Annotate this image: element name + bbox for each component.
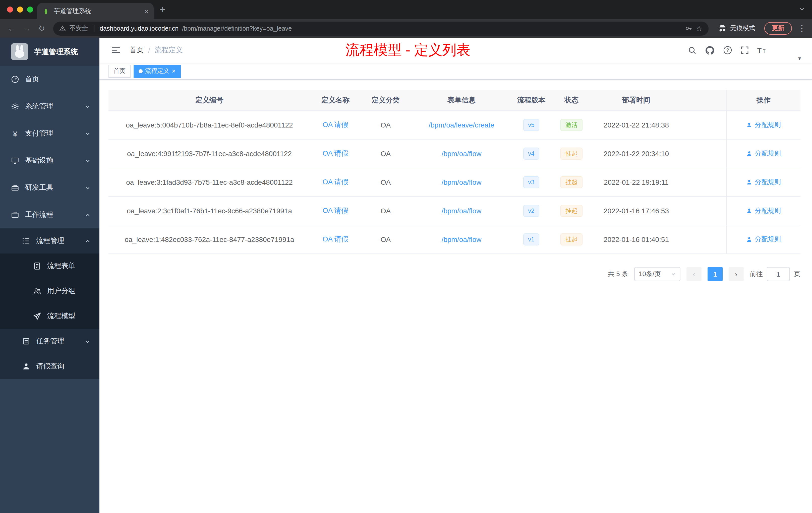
tab-search-chevron-icon[interactable] <box>799 6 805 12</box>
page-annotation: 流程模型 - 定义列表 <box>346 41 470 60</box>
status-badge: 挂起 <box>560 176 582 188</box>
hamburger-icon[interactable] <box>108 46 124 55</box>
goto-page-input[interactable] <box>767 267 790 281</box>
form-info-link[interactable]: /bpm/oa/flow <box>442 235 482 243</box>
sidebar-item-process-form[interactable]: 流程表单 <box>0 253 99 279</box>
sidebar-item-label: 系统管理 <box>25 102 53 111</box>
sidebar-item-devtools[interactable]: 研发工具 <box>0 174 99 201</box>
version-badge: v2 <box>523 205 539 217</box>
bookmark-star-icon[interactable]: ☆ <box>696 24 702 33</box>
svg-text:T: T <box>757 47 761 54</box>
chevron-up-icon <box>85 238 90 244</box>
assign-rule-button[interactable]: 分配规则 <box>746 120 781 129</box>
github-icon[interactable] <box>705 46 715 55</box>
sidebar-item-workflow[interactable]: 工作流程 <box>0 201 99 229</box>
reload-button[interactable]: ↻ <box>35 24 48 33</box>
font-size-icon[interactable]: TT <box>757 46 766 54</box>
tab-close-icon[interactable]: × <box>144 7 149 15</box>
sidebar-item-label: 流程模型 <box>47 312 75 321</box>
breadcrumb-home-link[interactable]: 首页 <box>129 46 144 55</box>
version-badge: v5 <box>523 119 539 131</box>
form-info-link[interactable]: /bpm/oa/flow <box>442 150 482 158</box>
browser-tab[interactable]: 芋道管理系统 × <box>37 3 154 19</box>
zoom-window-button[interactable] <box>27 6 33 12</box>
not-secure-warning-icon <box>59 25 66 32</box>
next-page-button[interactable]: › <box>729 267 744 281</box>
definition-name-link[interactable]: OA 请假 <box>323 149 348 157</box>
sidebar-item-label: 请假查询 <box>36 362 64 371</box>
definition-category: OA <box>360 235 411 243</box>
sidebar: 芋道管理系统 首页 系统管理 ¥ 支付管理 基础设施 <box>0 38 99 513</box>
site-favicon-icon <box>42 7 50 15</box>
tag-home[interactable]: 首页 <box>109 64 130 78</box>
close-window-button[interactable] <box>7 6 13 12</box>
form-info-link[interactable]: /bpm/oa/flow <box>442 178 482 186</box>
form-icon <box>33 262 41 270</box>
table-row: oa_leave:2:3c1f0ef1-76b1-11ec-9c66-a2380… <box>109 197 801 225</box>
password-key-icon[interactable] <box>685 25 692 32</box>
assign-rule-button[interactable]: 分配规则 <box>746 206 781 215</box>
chevron-down-icon <box>85 131 90 136</box>
search-icon[interactable] <box>688 46 696 55</box>
help-icon[interactable]: ? <box>723 46 732 55</box>
column-header-actions: 操作 <box>726 90 801 111</box>
sidebar-item-home[interactable]: 首页 <box>0 66 99 93</box>
sidebar-item-infrastructure[interactable]: 基础设施 <box>0 147 99 174</box>
table-row: oa_leave:4:991f2193-7b7f-11ec-a3c8-acde4… <box>109 140 801 168</box>
tag-process-definition[interactable]: 流程定义 × <box>134 64 180 78</box>
pagination-total: 共 5 条 <box>608 270 628 279</box>
navbar-actions: ? TT ▾ <box>688 41 812 60</box>
content-area: 定义编号 定义名称 定义分类 表单信息 流程版本 状态 部署时间 操作 oa_l… <box>99 80 812 513</box>
pagination-jumper: 前往 页 <box>750 267 801 281</box>
deploy-time: 2022-01-22 21:48:38 <box>592 121 680 129</box>
main-panel: 首页 / 流程定义 流程模型 - 定义列表 ? <box>99 38 812 513</box>
address-bar[interactable]: 不安全 dashboard.yudao.iocoder.cn /bpm/mana… <box>53 21 708 35</box>
sidebar-item-label: 首页 <box>25 75 39 84</box>
sidebar-item-payment[interactable]: ¥ 支付管理 <box>0 120 99 147</box>
forward-button[interactable]: → <box>20 24 33 33</box>
sidebar-item-process-mgmt[interactable]: 流程管理 <box>0 229 99 253</box>
new-tab-button[interactable]: + <box>160 2 166 17</box>
users-icon <box>33 287 41 295</box>
tag-close-icon[interactable]: × <box>172 68 175 74</box>
sidebar-item-process-model[interactable]: 流程模型 <box>0 304 99 329</box>
minimize-window-button[interactable] <box>17 6 23 12</box>
active-tag-dot <box>139 69 143 73</box>
browser-toolbar: ← → ↻ 不安全 dashboard.yudao.iocoder.cn /bp… <box>0 19 812 38</box>
security-label[interactable]: 不安全 <box>69 24 88 33</box>
user-menu[interactable]: ▾ <box>775 41 794 60</box>
dashboard-icon <box>11 75 19 83</box>
sidebar-item-leave-query[interactable]: 请假查询 <box>0 354 99 379</box>
table-header-row: 定义编号 定义名称 定义分类 表单信息 流程版本 状态 部署时间 操作 <box>109 90 801 111</box>
prev-page-button[interactable]: ‹ <box>687 267 701 281</box>
definition-name-link[interactable]: OA 请假 <box>323 178 348 186</box>
sidebar-item-system[interactable]: 系统管理 <box>0 93 99 120</box>
breadcrumb: 首页 / 流程定义 <box>129 46 183 55</box>
status-badge: 挂起 <box>560 233 582 245</box>
form-info-link[interactable]: /bpm/oa/flow <box>442 207 482 215</box>
assign-rule-button[interactable]: 分配规则 <box>746 149 781 158</box>
status-badge: 挂起 <box>560 148 582 160</box>
toolbox-icon <box>11 184 19 192</box>
definition-name-link[interactable]: OA 请假 <box>323 235 348 243</box>
assign-rule-button[interactable]: 分配规则 <box>746 235 781 244</box>
chevron-up-icon <box>85 212 90 218</box>
column-header-status: 状态 <box>550 96 592 105</box>
send-icon <box>33 312 41 320</box>
sidebar-item-task-mgmt[interactable]: 任务管理 <box>0 329 99 354</box>
definition-name-link[interactable]: OA 请假 <box>323 120 348 128</box>
back-button[interactable]: ← <box>5 24 18 33</box>
person-icon <box>746 122 752 128</box>
page-number-button[interactable]: 1 <box>707 267 723 281</box>
sidebar-logo[interactable]: 芋道管理系统 <box>0 38 99 66</box>
form-info-link[interactable]: /bpm/oa/leave/create <box>429 121 494 129</box>
page-size-select[interactable]: 10条/页 <box>634 267 680 281</box>
browser-menu-icon[interactable]: ⋮ <box>797 24 807 33</box>
chrome-update-button[interactable]: 更新 <box>764 22 792 35</box>
person-icon <box>746 236 752 242</box>
assign-rule-button[interactable]: 分配规则 <box>746 178 781 187</box>
definition-name-link[interactable]: OA 请假 <box>323 206 348 214</box>
fullscreen-icon[interactable] <box>741 46 749 54</box>
deploy-time: 2022-01-16 01:40:51 <box>592 235 680 243</box>
sidebar-item-user-group[interactable]: 用户分组 <box>0 279 99 304</box>
